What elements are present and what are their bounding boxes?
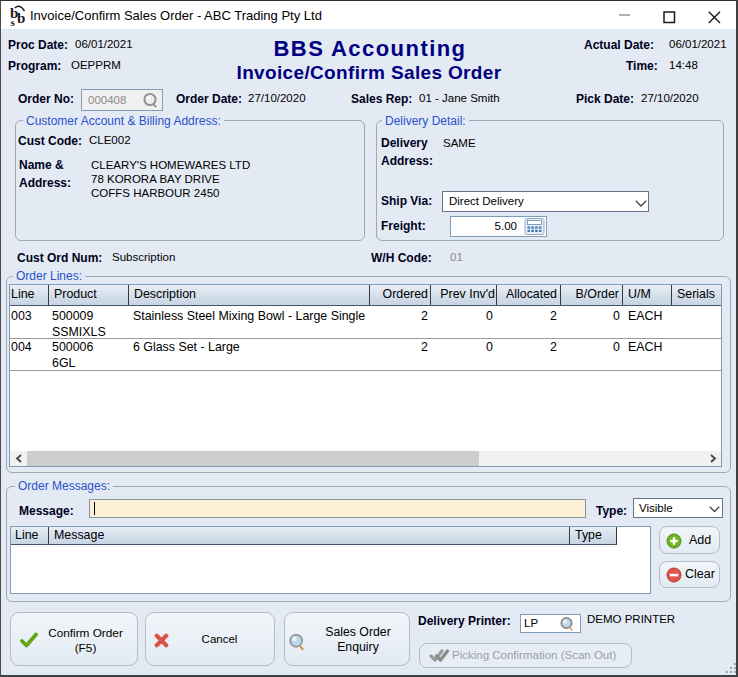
svg-text:s: s <box>11 16 16 27</box>
svg-text:b: b <box>17 10 25 26</box>
